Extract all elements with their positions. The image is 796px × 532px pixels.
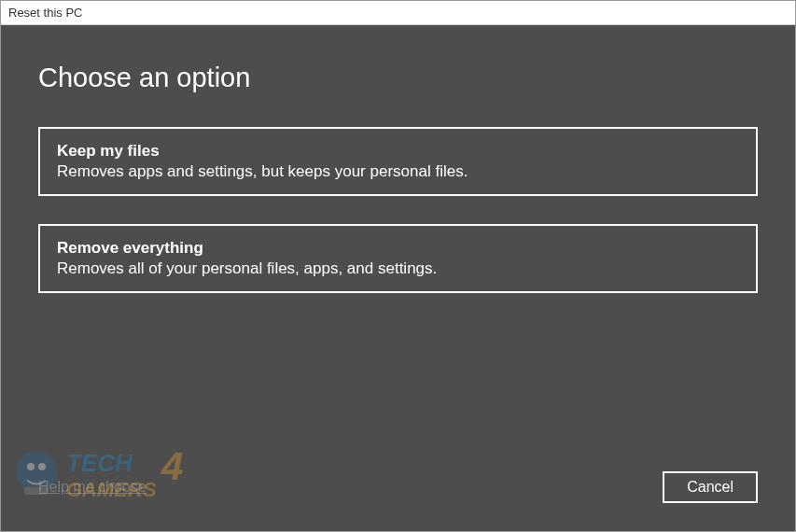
content-area: Choose an option Keep my files Removes a… (1, 25, 795, 531)
footer-row: Help me choose Cancel (38, 471, 758, 503)
reset-pc-window: Reset this PC Choose an option Keep my f… (0, 0, 796, 532)
option-description: Removes apps and settings, but keeps you… (57, 162, 739, 181)
option-keep-my-files[interactable]: Keep my files Removes apps and settings,… (38, 127, 758, 196)
svg-point-1 (27, 463, 35, 470)
help-me-choose-link[interactable]: Help me choose (38, 479, 147, 496)
page-heading: Choose an option (38, 63, 758, 93)
svg-point-2 (38, 463, 46, 470)
option-remove-everything[interactable]: Remove everything Removes all of your pe… (38, 224, 758, 293)
option-description: Removes all of your personal files, apps… (57, 259, 739, 278)
window-titlebar: Reset this PC (1, 1, 795, 25)
window-title: Reset this PC (8, 6, 82, 20)
cancel-button[interactable]: Cancel (663, 471, 758, 503)
option-title: Remove everything (57, 239, 739, 258)
option-title: Keep my files (57, 142, 739, 161)
